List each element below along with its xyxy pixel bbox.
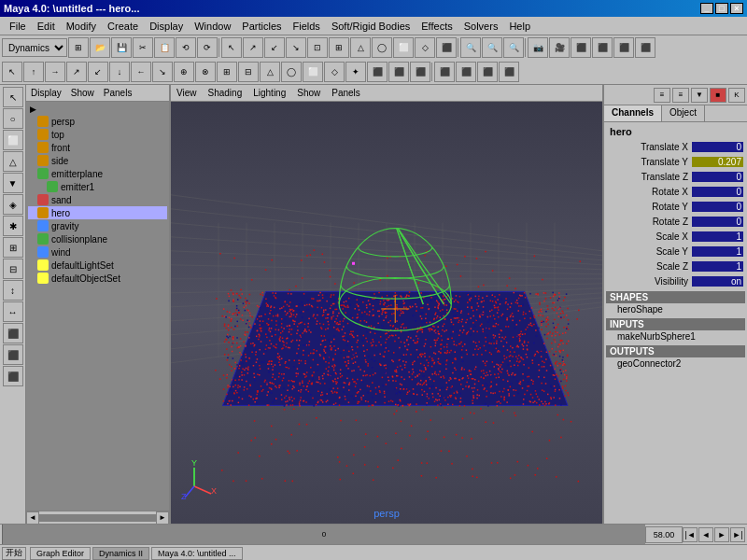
timeline-ruler[interactable]: 0510152025303540455055606570758085909510… (2, 525, 645, 544)
channel-value-translate-y[interactable]: 0.207 (692, 157, 743, 167)
toolbar1-btn-18[interactable]: ⬛ (436, 37, 457, 58)
channels-tab-object[interactable]: Object (662, 105, 705, 121)
outliner-content[interactable]: ▶ persptopfrontsideemitterplaneemitter1s… (26, 102, 169, 511)
toolbar1-btn-8[interactable]: ↖ (221, 37, 242, 58)
menu-item-create[interactable]: Create (102, 19, 144, 34)
toolbar1-btn-20[interactable]: 🔍 (460, 37, 481, 58)
toolbar1-btn-15[interactable]: ◯ (372, 37, 392, 58)
outliner-item-top[interactable]: top (28, 128, 167, 141)
outliner-item-side[interactable]: side (28, 154, 167, 167)
toolbar2-btn-7[interactable]: ↘ (152, 62, 173, 82)
time-input[interactable] (645, 526, 683, 543)
toolbar1-btn-29[interactable]: ⬛ (635, 37, 655, 58)
toolbar1-btn-25[interactable]: 🎥 (549, 37, 570, 58)
channel-value-scale-y[interactable]: 1 (692, 246, 743, 257)
toolbar1-btn-21[interactable]: 🔍 (482, 37, 502, 58)
menu-item-particles[interactable]: Particles (236, 19, 287, 34)
right-btn-key[interactable]: K (728, 88, 745, 103)
left-toolbar-btn-0[interactable]: ↖ (3, 87, 23, 107)
outliner-menu-panels[interactable]: Panels (99, 86, 137, 100)
toolbar1-btn-13[interactable]: ⊞ (329, 37, 349, 58)
menu-item-softrigidbodies[interactable]: Soft/Rigid Bodies (326, 19, 416, 34)
toolbar2-btn-4[interactable]: ↙ (88, 62, 108, 82)
outliner-item-persp[interactable]: persp (28, 115, 167, 128)
left-toolbar-btn-8[interactable]: ⊟ (3, 259, 23, 279)
toolbar1-btn-12[interactable]: ⊡ (307, 37, 328, 58)
menu-item-fields[interactable]: Fields (288, 19, 326, 34)
channel-value-scale-x[interactable]: 1 (692, 231, 743, 242)
toolbar2-btn-0[interactable]: ↖ (2, 62, 22, 82)
toolbar1-btn-6[interactable]: ⟳ (197, 37, 218, 58)
toolbar2-btn-24[interactable]: ⬛ (499, 62, 519, 82)
left-toolbar-btn-13[interactable]: ⬛ (3, 366, 23, 386)
left-toolbar-btn-12[interactable]: ⬛ (3, 344, 23, 365)
toolbar1-btn-4[interactable]: 📋 (154, 37, 175, 58)
channel-value-rotate-y[interactable]: 0 (692, 202, 743, 212)
toolbar2-btn-21[interactable]: ⬛ (434, 62, 455, 82)
toolbar2-btn-22[interactable]: ⬛ (456, 62, 476, 82)
channel-value-rotate-z[interactable]: 0 (692, 217, 743, 227)
outliner-item-front[interactable]: front (28, 141, 167, 154)
menu-item-window[interactable]: Window (189, 19, 236, 34)
left-toolbar-btn-5[interactable]: ◈ (3, 194, 23, 215)
viewport-menu-panels[interactable]: Panels (326, 86, 366, 100)
toolbar2-btn-18[interactable]: ⬛ (388, 62, 409, 82)
scroll-right[interactable]: ► (156, 511, 169, 525)
channel-value-translate-z[interactable]: 0 (692, 172, 743, 182)
menu-item-edit[interactable]: Edit (32, 19, 61, 34)
toolbar2-btn-23[interactable]: ⬛ (477, 62, 498, 82)
right-btn-color[interactable]: ■ (710, 88, 726, 103)
toolbar2-btn-10[interactable]: ⊞ (217, 62, 237, 82)
outliner-item-collisionplane[interactable]: collisionplane (28, 232, 167, 245)
right-btn-2[interactable]: ≡ (672, 88, 689, 103)
toolbar2-btn-3[interactable]: ↗ (66, 62, 87, 82)
left-toolbar-btn-6[interactable]: ✱ (3, 216, 23, 236)
outliner-menu-show[interactable]: Show (66, 86, 99, 100)
toolbar2-btn-12[interactable]: △ (260, 62, 280, 82)
toolbar1-btn-28[interactable]: ⬛ (613, 37, 634, 58)
maximize-button[interactable]: □ (715, 3, 728, 14)
channel-value-rotate-x[interactable]: 0 (692, 187, 743, 197)
channels-tab-channels[interactable]: Channels (604, 105, 662, 121)
toolbar2-btn-6[interactable]: ← (131, 62, 151, 82)
toolbar1-btn-27[interactable]: ⬛ (592, 37, 613, 58)
toolbar2-btn-15[interactable]: ◇ (324, 62, 345, 82)
toolbar2-btn-8[interactable]: ⊕ (174, 62, 194, 82)
channel-value-visibility[interactable]: on (692, 276, 743, 287)
toolbar1-btn-0[interactable]: ⊞ (68, 37, 89, 58)
minimize-button[interactable]: _ (700, 3, 713, 14)
toolbar2-btn-5[interactable]: ↓ (109, 62, 130, 82)
outliner-item-emitter1[interactable]: emitter1 (28, 180, 167, 193)
outliner-expand-btn[interactable]: ▶ (28, 104, 167, 115)
left-toolbar-btn-11[interactable]: ⬛ (3, 323, 23, 343)
toolbar2-btn-2[interactable]: → (45, 62, 65, 82)
start-button[interactable]: 开始 (2, 547, 26, 560)
channel-value-scale-z[interactable]: 1 (692, 261, 743, 272)
outliner-item-wind[interactable]: wind (28, 245, 167, 259)
scroll-left[interactable]: ◄ (26, 511, 39, 525)
toolbar2-btn-19[interactable]: ⬛ (410, 62, 430, 82)
menu-item-effects[interactable]: Effects (416, 19, 458, 34)
channel-value-translate-x[interactable]: 0 (692, 142, 743, 152)
prev-key-button[interactable]: |◄ (683, 527, 698, 542)
mode-dropdown[interactable]: Dynamics (2, 38, 67, 57)
channel-subitem-heroshape[interactable]: heroShape (606, 303, 745, 315)
toolbar2-btn-17[interactable]: ⬛ (367, 62, 388, 82)
outliner-item-sand[interactable]: sand (28, 193, 167, 206)
toolbar1-btn-9[interactable]: ↗ (243, 37, 263, 58)
play-forward-button[interactable]: ► (714, 527, 729, 542)
menu-item-display[interactable]: Display (144, 19, 189, 34)
left-toolbar-btn-9[interactable]: ↕ (3, 280, 23, 301)
toolbar1-btn-14[interactable]: △ (350, 37, 371, 58)
play-back-button[interactable]: ◄ (698, 527, 713, 542)
outliner-item-defaultObjectSet[interactable]: defaultObjectSet (28, 272, 167, 285)
outliner-item-gravity[interactable]: gravity (28, 219, 167, 232)
viewport-menu-shading[interactable]: Shading (203, 86, 248, 100)
tab-dynamics[interactable]: Dynamics II (92, 547, 149, 560)
left-toolbar-btn-7[interactable]: ⊞ (3, 237, 23, 258)
toolbar1-btn-22[interactable]: 🔍 (503, 37, 524, 58)
toolbar2-btn-9[interactable]: ⊗ (195, 62, 216, 82)
right-btn-3[interactable]: ▼ (691, 88, 708, 103)
channel-subitem-makenurbsphere1[interactable]: makeNurbSphere1 (606, 330, 745, 343)
left-toolbar-btn-2[interactable]: ⬜ (3, 130, 23, 150)
